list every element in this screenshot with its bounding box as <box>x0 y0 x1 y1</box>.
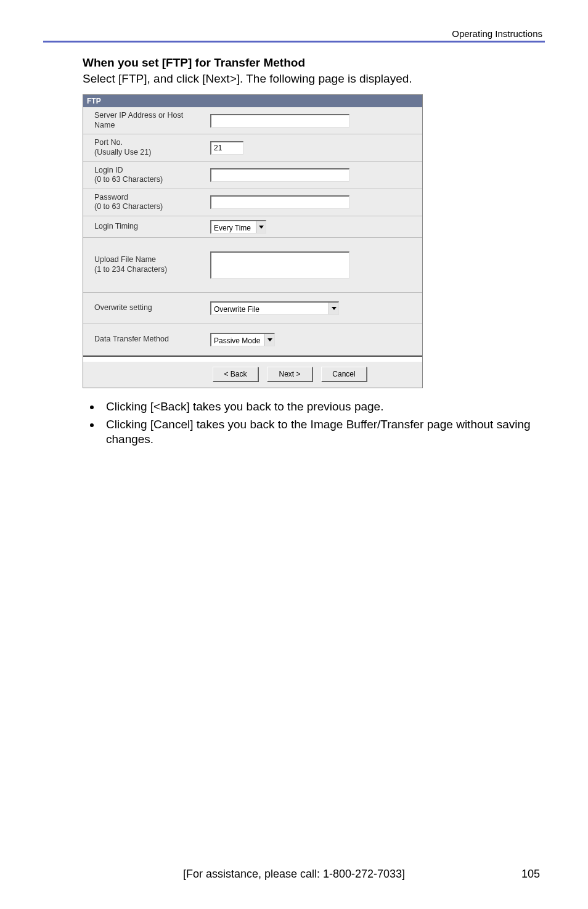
svg-marker-1 <box>332 307 337 310</box>
chevron-down-icon <box>256 221 266 233</box>
overwrite-setting-select[interactable]: Overwrite File <box>210 301 339 315</box>
password-label: Password (0 to 63 Characters) <box>83 189 205 216</box>
port-input[interactable] <box>210 141 243 155</box>
svg-marker-0 <box>259 226 264 229</box>
footer-assist: [For assistance, please call: 1-800-272-… <box>0 868 588 881</box>
login-timing-label: Login Timing <box>83 216 205 237</box>
back-button[interactable]: < Back <box>213 367 258 381</box>
notes-list: Clicking [<Back] takes you back to the p… <box>83 399 539 447</box>
upload-file-name-input[interactable] <box>210 251 349 279</box>
login-id-label: Login ID (0 to 63 Characters) <box>83 162 205 189</box>
data-transfer-method-label: Data Transfer Method <box>83 324 205 355</box>
cancel-button[interactable]: Cancel <box>321 367 367 381</box>
password-input[interactable] <box>210 195 349 209</box>
note-item: Clicking [Cancel] takes you back to the … <box>101 417 539 447</box>
section-heading: When you set [FTP] for Transfer Method <box>83 56 539 70</box>
login-timing-select[interactable]: Every Time <box>210 220 266 234</box>
page-number: 105 <box>521 868 540 881</box>
overwrite-setting-label: Overwrite setting <box>83 293 205 324</box>
ftp-panel-title: FTP <box>83 95 422 107</box>
note-item: Clicking [<Back] takes you back to the p… <box>101 399 539 415</box>
section-subtext: Select [FTP], and click [Next>]. The fol… <box>83 72 539 86</box>
data-transfer-method-select[interactable]: Passive Mode <box>210 333 275 346</box>
upload-file-name-label: Upload File Name (1 to 234 Characters) <box>83 238 205 292</box>
server-label: Server IP Address or Host Name <box>83 107 205 134</box>
login-id-input[interactable] <box>210 168 349 182</box>
chevron-down-icon <box>264 334 274 346</box>
ftp-settings-panel: FTP Server IP Address or Host Name Port … <box>83 94 423 388</box>
next-button[interactable]: Next > <box>267 367 312 381</box>
header-title: Operating Instructions <box>43 28 545 39</box>
server-input[interactable] <box>210 114 349 128</box>
svg-marker-2 <box>267 338 272 341</box>
chevron-down-icon <box>329 303 338 314</box>
port-label: Port No. (Usually Use 21) <box>83 134 205 161</box>
